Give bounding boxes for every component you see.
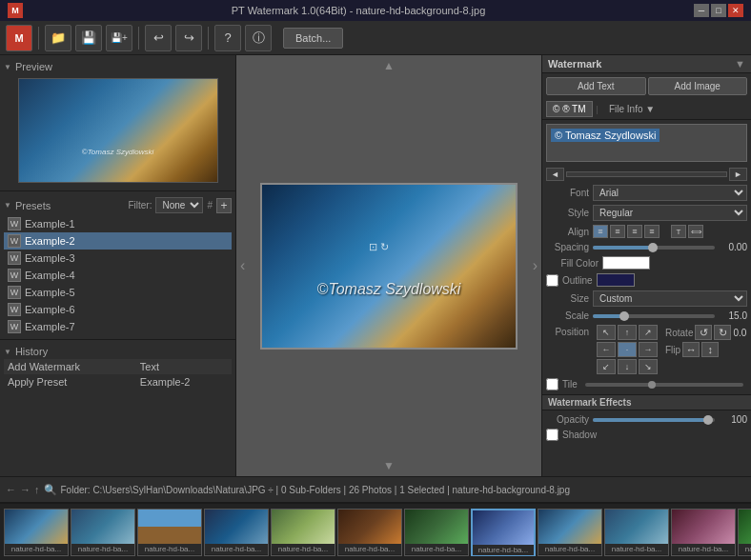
align-extra-icon[interactable]: ⟺	[688, 225, 703, 238]
align-left-button[interactable]: ≡	[593, 225, 608, 238]
align-label: Align	[546, 227, 589, 237]
align-justify-button[interactable]: ≡	[644, 225, 660, 238]
save-as-icon[interactable]: 💾+	[106, 25, 132, 51]
scale-slider[interactable]	[593, 314, 715, 318]
tile-slider-thumb[interactable]	[648, 381, 656, 389]
preview-header[interactable]: ▼ Preview	[4, 59, 232, 74]
preset-item-7[interactable]: W Example-7	[4, 318, 232, 335]
text-next-button[interactable]: ►	[729, 168, 747, 181]
nav-back-icon[interactable]: ←	[6, 484, 16, 495]
pos-btn-tc[interactable]: ↑	[618, 325, 637, 340]
window-controls: ─ □ ✕	[694, 4, 743, 17]
film-item-8[interactable]: nature-hd-ba...	[471, 509, 536, 556]
presets-title[interactable]: ▼ Presets	[4, 198, 51, 213]
opacity-slider[interactable]	[593, 418, 715, 422]
preset-item-5[interactable]: W Example-5	[4, 284, 232, 301]
nav-right-icon[interactable]: ›	[533, 257, 538, 274]
redo-icon[interactable]: ↪	[175, 25, 202, 51]
add-text-button[interactable]: Add Text	[546, 77, 646, 95]
film-item-5[interactable]: nature-hd-ba...	[271, 509, 335, 556]
undo-icon[interactable]: ↩	[145, 25, 172, 51]
film-item-4[interactable]: nature-hd-ba...	[204, 509, 269, 556]
flip-v-button[interactable]: ↕	[701, 342, 719, 357]
help-icon[interactable]: ?	[214, 25, 241, 51]
preset-item-6[interactable]: W Example-6	[4, 301, 232, 318]
nav-top-icon[interactable]: ▲	[383, 59, 395, 72]
preset-item-3[interactable]: W Example-3	[4, 250, 232, 267]
text-scrollbar[interactable]	[566, 171, 727, 177]
batch-button[interactable]: Batch...	[283, 28, 343, 49]
save-icon[interactable]: 💾	[75, 25, 102, 51]
nav-bottom-icon[interactable]: ▼	[383, 459, 395, 472]
history-section: ▼ History Add Watermark Text Apply Prese…	[0, 340, 235, 476]
film-item-10[interactable]: nature-hd-ba...	[604, 509, 669, 556]
minimize-button[interactable]: ─	[694, 4, 709, 17]
spacing-slider-thumb[interactable]	[648, 243, 658, 252]
add-preset-button[interactable]: +	[216, 198, 232, 213]
size-select[interactable]: Custom	[593, 290, 747, 307]
film-item-3[interactable]: nature-hd-ba...	[137, 509, 202, 556]
pos-btn-bc[interactable]: ↓	[618, 359, 637, 374]
size-label: Size	[546, 293, 589, 304]
tile-slider[interactable]	[585, 383, 743, 387]
app-logo-icon[interactable]: M	[6, 25, 32, 51]
preset-item-4[interactable]: W Example-4	[4, 267, 232, 284]
film-item-7[interactable]: nature-hd-ba...	[404, 509, 469, 556]
font-select[interactable]: Arial	[593, 185, 747, 201]
pos-btn-mc[interactable]: ·	[618, 342, 637, 357]
align-t-icon[interactable]: T	[671, 225, 686, 238]
pos-btn-br[interactable]: ↘	[639, 359, 658, 374]
film-thumb-8	[473, 510, 534, 545]
info-icon[interactable]: ⓘ	[245, 25, 272, 51]
shadow-checkbox[interactable]	[546, 429, 558, 441]
scale-label: Scale	[546, 310, 589, 321]
preset-item-2[interactable]: W Example-2	[4, 232, 232, 250]
scale-slider-thumb[interactable]	[619, 311, 629, 321]
style-select[interactable]: Regular	[593, 205, 747, 221]
preset-item-1[interactable]: W Example-1	[4, 215, 232, 232]
outline-color-swatch[interactable]	[597, 273, 635, 287]
fill-color-swatch[interactable]	[602, 256, 650, 270]
nav-left-icon[interactable]: ‹	[240, 257, 245, 274]
tab-file-info[interactable]: File Info ▼	[602, 101, 661, 117]
pos-btn-bl[interactable]: ↙	[597, 359, 616, 374]
panel-menu-icon[interactable]: ▼	[735, 58, 745, 70]
canvas-watermark-text[interactable]: ©Tomasz Szydlowski	[317, 281, 461, 298]
film-item-12[interactable]: nature-hd-ba...	[738, 509, 751, 556]
opacity-slider-thumb[interactable]	[703, 415, 713, 425]
film-item-2[interactable]: nature-hd-ba...	[71, 509, 135, 556]
pos-btn-tl[interactable]: ↖	[597, 325, 616, 340]
align-center-button[interactable]: ≡	[610, 225, 625, 238]
flip-h-button[interactable]: ↔	[682, 342, 700, 357]
rotate-cw-button[interactable]: ↻	[714, 325, 731, 340]
film-item-6[interactable]: nature-hd-ba...	[337, 509, 402, 556]
preset-name-2: Example-2	[25, 235, 75, 247]
maximize-button[interactable]: □	[711, 4, 726, 17]
nav-forward-icon[interactable]: →	[20, 484, 30, 495]
tile-row: Tile	[542, 376, 751, 392]
film-item-1[interactable]: nature-hd-ba...	[4, 509, 69, 556]
outline-checkbox[interactable]	[546, 274, 558, 287]
tab-copyright[interactable]: © ® TM	[546, 101, 593, 117]
main-area: ▼ Preview ©Tomasz Szydlowski ▼ Presets F…	[0, 55, 751, 476]
preset-name-5: Example-5	[25, 287, 75, 298]
pos-btn-ml[interactable]: ←	[597, 342, 616, 357]
spacing-slider[interactable]	[593, 246, 715, 250]
search-icon[interactable]: 🔍	[44, 484, 57, 496]
rotate-ccw-button[interactable]: ↺	[695, 325, 712, 340]
close-button[interactable]: ✕	[728, 4, 743, 17]
film-item-11[interactable]: nature-hd-ba...	[671, 509, 736, 556]
align-right-button[interactable]: ≡	[627, 225, 642, 238]
open-folder-icon[interactable]: 📁	[45, 25, 71, 51]
text-preview-area[interactable]: © Tomasz Szydlowski	[546, 124, 747, 162]
nav-up-icon[interactable]: ↑	[34, 484, 40, 495]
history-header[interactable]: ▼ History	[4, 344, 232, 359]
filter-select[interactable]: None	[155, 197, 203, 213]
pos-btn-tr[interactable]: ↗	[639, 325, 658, 340]
text-prev-button[interactable]: ◄	[546, 168, 564, 181]
pos-btn-mr[interactable]: →	[639, 342, 658, 357]
film-item-9[interactable]: nature-hd-ba...	[538, 509, 602, 556]
add-image-button[interactable]: Add Image	[648, 77, 748, 95]
canvas-image[interactable]: ⊡ ↻ ©Tomasz Szydlowski	[260, 183, 518, 350]
tile-checkbox[interactable]	[546, 378, 558, 390]
